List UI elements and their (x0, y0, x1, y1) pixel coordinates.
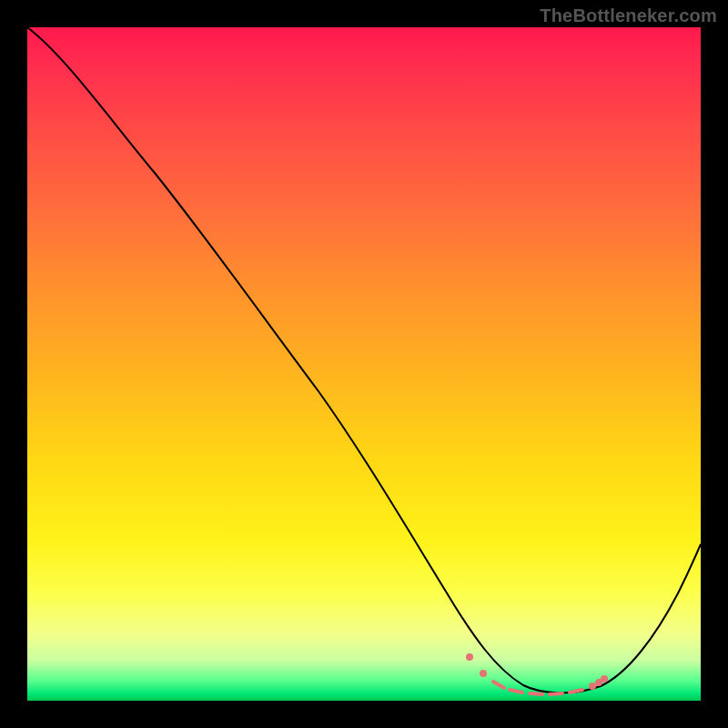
watermark-text: TheBottleneker.com (540, 5, 717, 26)
svg-line-3 (510, 690, 522, 693)
svg-point-1 (480, 670, 487, 677)
svg-line-2 (493, 682, 504, 688)
svg-point-7 (589, 682, 596, 690)
svg-line-4 (530, 693, 542, 694)
svg-point-0 (466, 653, 473, 661)
svg-point-9 (601, 675, 608, 682)
bottleneck-curve-path (27, 27, 701, 693)
chart-frame (27, 27, 701, 701)
svg-line-5 (550, 693, 562, 694)
bottleneck-curve-svg (27, 27, 701, 701)
valley-marker (466, 653, 608, 694)
